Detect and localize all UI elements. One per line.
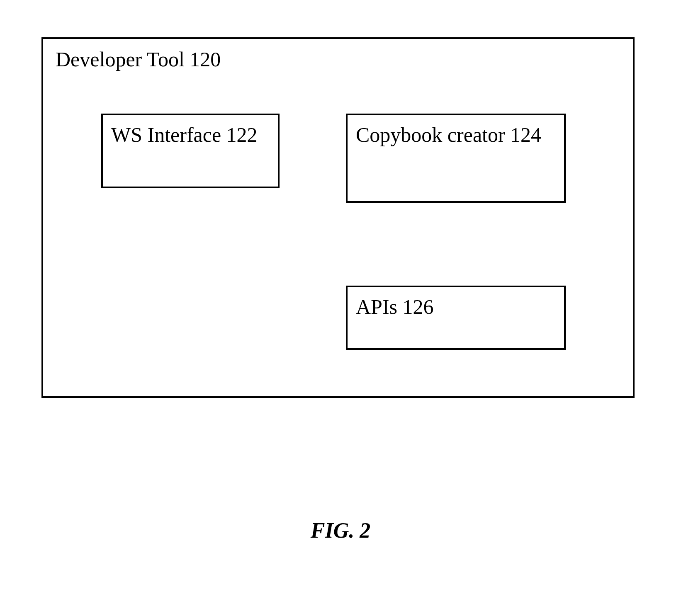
copybook-creator-label: Copybook creator 124 — [356, 123, 541, 146]
container-title: Developer Tool 120 — [56, 47, 221, 71]
ws-interface-box: WS Interface 122 — [101, 114, 280, 188]
apis-label: APIs 126 — [356, 295, 434, 318]
figure-caption: FIG. 2 — [0, 518, 681, 543]
ws-interface-label: WS Interface 122 — [111, 123, 258, 146]
copybook-creator-box: Copybook creator 124 — [346, 114, 566, 203]
developer-tool-container: Developer Tool 120 WS Interface 122 Copy… — [41, 37, 635, 398]
apis-box: APIs 126 — [346, 286, 566, 350]
